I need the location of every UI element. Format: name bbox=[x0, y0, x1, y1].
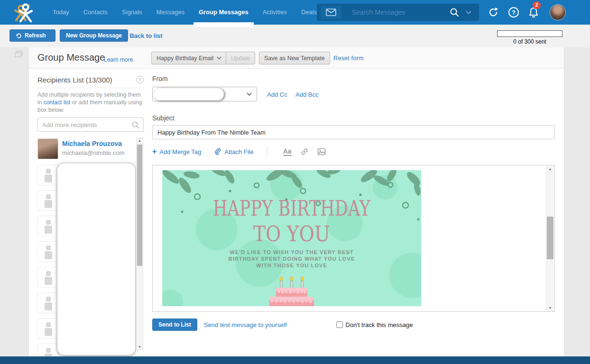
person-silhouette-icon bbox=[46, 271, 51, 276]
notification-count-badge: 2 bbox=[533, 1, 541, 9]
recipient-avatar-placeholder[interactable] bbox=[37, 344, 58, 356]
person-silhouette-icon bbox=[46, 194, 51, 199]
message-search-bar bbox=[317, 4, 479, 21]
search-icon[interactable] bbox=[450, 8, 459, 17]
bottom-bar bbox=[0, 356, 590, 364]
attach-file-button[interactable]: Attach File bbox=[214, 148, 253, 155]
svg-text:?: ? bbox=[512, 9, 516, 16]
message-body-editor[interactable]: HAPPY BIRTHDAY TO YOU WE'D LIKE TO WISH … bbox=[152, 165, 555, 312]
send-to-list-button[interactable]: Send to List bbox=[152, 318, 197, 331]
nav-item-today[interactable]: Today bbox=[46, 0, 76, 25]
scrollbar-thumb[interactable] bbox=[547, 217, 553, 259]
person-silhouette-icon bbox=[46, 246, 51, 250]
recipient-email: michaela@nimble.com bbox=[62, 149, 125, 156]
save-as-new-template-button[interactable]: Save as New Template bbox=[259, 52, 330, 64]
back-chevrons-icon: « bbox=[123, 32, 127, 39]
add-recipients-search bbox=[37, 118, 144, 132]
recipients-help-icon[interactable]: ? bbox=[136, 76, 144, 83]
sync-icon[interactable] bbox=[488, 7, 499, 18]
person-silhouette-icon bbox=[46, 348, 51, 353]
mail-scope-icon[interactable] bbox=[321, 6, 341, 19]
add-recipients-input[interactable] bbox=[42, 118, 128, 131]
nav-item-signals[interactable]: Signals bbox=[115, 0, 149, 25]
from-select[interactable] bbox=[152, 87, 257, 101]
card-body-line: BIRTHDAY SPENT DOING WHAT YOU LOVE bbox=[229, 256, 355, 262]
recipient-avatar-placeholder[interactable] bbox=[37, 267, 58, 288]
recipient-avatar-placeholder[interactable] bbox=[37, 216, 58, 237]
nav-item-contacts[interactable]: Contacts bbox=[76, 0, 115, 25]
help-icon[interactable]: ? bbox=[508, 7, 519, 18]
recipients-description: Add multiple recipients by selecting the… bbox=[37, 91, 146, 114]
send-progress-bar bbox=[497, 30, 562, 37]
recipient-name[interactable]: Michaela Prouzova bbox=[62, 140, 122, 147]
divider bbox=[267, 146, 267, 157]
from-label: From bbox=[152, 75, 168, 82]
back-to-list-link[interactable]: « Back to list bbox=[123, 32, 163, 39]
update-button[interactable]: Update bbox=[226, 52, 255, 64]
nimble-logo-icon[interactable]: n bbox=[10, 2, 40, 23]
dont-track-checkbox[interactable] bbox=[336, 321, 343, 328]
card-title-line1: HAPPY BIRTHDAY bbox=[213, 196, 371, 220]
send-actions-row: Send to List Send test message to yourse… bbox=[152, 318, 413, 331]
top-navigation-bar: n TodayContactsSignalsMessagesGroup Mess… bbox=[0, 0, 590, 25]
editor-scrollbar[interactable]: ▲ ▼ bbox=[546, 166, 554, 311]
insert-image-icon[interactable] bbox=[316, 146, 327, 157]
group-message-panel: Group Message Learn more. Happy Birthday… bbox=[28, 47, 564, 356]
reset-form-link[interactable]: Reset form bbox=[333, 55, 364, 62]
paperclip-icon bbox=[214, 148, 221, 155]
recipient-avatar-placeholder[interactable] bbox=[37, 164, 58, 185]
recipients-scrollbar[interactable]: ▲ ▼ bbox=[136, 137, 143, 350]
copy-icon[interactable] bbox=[15, 51, 23, 58]
subject-input[interactable] bbox=[152, 125, 555, 139]
add-bcc-link[interactable]: Add Bcc bbox=[295, 91, 318, 98]
nav-item-messages[interactable]: Messages bbox=[149, 0, 192, 25]
scroll-down-icon[interactable]: ▼ bbox=[546, 306, 554, 309]
chevron-down-icon bbox=[217, 56, 221, 60]
recipient-avatar-placeholder[interactable] bbox=[37, 318, 58, 339]
person-silhouette-icon bbox=[46, 220, 51, 225]
search-options-chevron-icon[interactable] bbox=[466, 10, 471, 14]
person-silhouette-icon bbox=[46, 169, 51, 173]
add-merge-tag-button[interactable]: + Add Merge Tag bbox=[152, 148, 201, 155]
action-toolbar: Refresh New Group Message « Back to list… bbox=[0, 25, 590, 47]
recipient-avatar bbox=[37, 138, 58, 159]
birthday-card-image: HAPPY BIRTHDAY TO YOU WE'D LIKE TO WISH … bbox=[162, 170, 421, 306]
recipients-list: Michaela Prouzova michaela@nimble.com ▲ … bbox=[29, 136, 146, 356]
send-progress: 0 of 300 sent bbox=[497, 30, 562, 45]
recipient-row[interactable]: Michaela Prouzova michaela@nimble.com bbox=[37, 138, 137, 160]
recipient-avatar-placeholder[interactable] bbox=[37, 241, 58, 262]
new-group-message-button[interactable]: New Group Message bbox=[60, 29, 128, 42]
plus-icon: + bbox=[152, 148, 157, 155]
scroll-up-icon[interactable]: ▲ bbox=[137, 139, 143, 142]
nav-item-activities[interactable]: Activities bbox=[256, 0, 294, 25]
scroll-up-icon[interactable]: ▲ bbox=[546, 167, 554, 171]
text-format-icon[interactable]: Aa bbox=[282, 146, 293, 157]
panel-header: Group Message Learn more. Happy Birthday… bbox=[29, 47, 564, 69]
card-body-line: WE'D LIKE TO WISH YOU THE VERY BEST bbox=[230, 249, 353, 255]
recipient-avatar-placeholder[interactable] bbox=[37, 190, 58, 211]
card-title-line2: TO YOU bbox=[253, 222, 330, 246]
scrollbar-thumb[interactable] bbox=[137, 145, 142, 266]
search-input[interactable] bbox=[341, 9, 450, 16]
person-silhouette-icon bbox=[46, 322, 51, 327]
scroll-down-icon[interactable]: ▼ bbox=[137, 345, 143, 348]
user-avatar[interactable] bbox=[550, 4, 566, 20]
chevron-down-icon bbox=[247, 92, 252, 96]
nav-item-group-messages[interactable]: Group Messages bbox=[192, 0, 256, 25]
privacy-redaction-overlay bbox=[57, 164, 135, 355]
contact-list-link[interactable]: contact list bbox=[44, 99, 71, 106]
divider bbox=[37, 88, 144, 88]
group-message-page: n TodayContactsSignalsMessagesGroup Mess… bbox=[0, 0, 590, 364]
card-body-line: WITH THOSE YOU LOVE bbox=[256, 263, 327, 268]
main-nav-menu: TodayContactsSignalsMessagesGroup Messag… bbox=[46, 0, 360, 25]
recipient-avatar-placeholder[interactable] bbox=[37, 292, 58, 313]
refresh-button[interactable]: Refresh bbox=[9, 29, 55, 42]
add-cc-link[interactable]: Add Cc bbox=[267, 91, 287, 98]
send-test-message-link[interactable]: Send test message to yourself bbox=[204, 321, 287, 328]
template-dropdown[interactable]: Happy Birthday Email bbox=[151, 52, 227, 64]
compose-toolbar: + Add Merge Tag Attach File Aa bbox=[152, 146, 330, 157]
learn-more-link[interactable]: Learn more. bbox=[104, 56, 135, 63]
insert-link-icon[interactable] bbox=[299, 146, 310, 157]
recipients-list-title: Recipients List (13/300) bbox=[37, 76, 112, 84]
dont-track-label: Don't track this message bbox=[346, 321, 413, 328]
